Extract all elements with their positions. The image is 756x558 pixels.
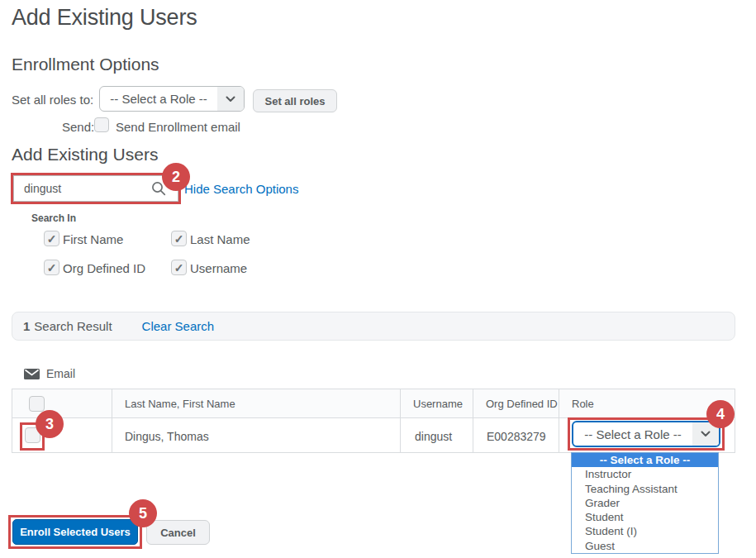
org-defined-id-label: Org Defined ID <box>63 261 145 275</box>
add-existing-users-page: Add Existing Users Enrollment Options Se… <box>0 0 756 558</box>
select-all-checkbox[interactable] <box>29 396 45 412</box>
column-header-role: Role <box>572 389 594 418</box>
annotation-badge-3: 3 <box>36 410 64 438</box>
page-title: Add Existing Users <box>12 5 197 31</box>
dropdown-option-student[interactable]: Student <box>572 510 718 524</box>
email-icon[interactable] <box>24 368 40 383</box>
dropdown-option-teaching-assistant[interactable]: Teaching Assistant <box>572 482 718 496</box>
org-defined-id-checkbox[interactable]: ✓ <box>44 260 59 275</box>
set-all-roles-button[interactable]: Set all roles <box>253 89 337 112</box>
dropdown-option-grader[interactable]: Grader <box>572 496 718 510</box>
result-count: 1 <box>23 319 30 333</box>
column-header-org-id: Org Defined ID <box>486 389 558 418</box>
row-role-select-value: -- Select a Role -- <box>573 422 692 446</box>
enroll-selected-users-button[interactable]: Enroll Selected Users <box>12 519 138 545</box>
first-name-label: First Name <box>63 232 123 246</box>
set-all-roles-select[interactable]: -- Select a Role -- <box>99 86 245 112</box>
send-label: Send: <box>62 120 94 134</box>
last-name-checkbox[interactable]: ✓ <box>171 231 187 246</box>
username-checkbox[interactable]: ✓ <box>171 260 187 275</box>
username-label: Username <box>190 261 247 275</box>
set-all-roles-label: Set all roles to: <box>12 93 93 107</box>
annotation-badge-4: 4 <box>706 400 735 428</box>
row-role-select[interactable]: -- Select a Role -- <box>572 421 720 447</box>
add-existing-users-heading: Add Existing Users <box>12 145 158 165</box>
row-username-cell: dingust <box>415 418 452 454</box>
dropdown-option-instructor[interactable]: Instructor <box>572 467 718 481</box>
last-name-label: Last Name <box>190 232 250 246</box>
enrollment-options-heading: Enrollment Options <box>12 55 159 74</box>
dropdown-option-student-i[interactable]: Student (I) <box>572 524 718 538</box>
hide-search-options-link[interactable]: Hide Search Options <box>184 182 298 196</box>
table-header-row <box>12 389 735 418</box>
dropdown-option-guest[interactable]: Guest <box>572 539 718 553</box>
row-org-id-cell: E00283279 <box>487 418 546 454</box>
search-in-label: Search In <box>31 212 76 224</box>
row-name-cell: Dingus, Thomas <box>125 418 209 454</box>
column-header-name: Last Name, First Name <box>125 389 235 418</box>
chevron-down-icon <box>217 87 244 111</box>
annotation-badge-2: 2 <box>162 163 190 191</box>
result-count-label: Search Result <box>34 319 112 333</box>
send-enrollment-email-checkbox[interactable] <box>94 117 109 132</box>
send-enrollment-email-label: Send Enrollment email <box>116 120 240 134</box>
cancel-button[interactable]: Cancel <box>146 520 210 545</box>
clear-search-link[interactable]: Clear Search <box>142 319 215 333</box>
first-name-checkbox[interactable]: ✓ <box>44 231 59 246</box>
email-label[interactable]: Email <box>46 367 75 380</box>
column-header-username: Username <box>413 389 463 418</box>
dropdown-option-select-a-role[interactable]: -- Select a Role -- <box>572 453 718 467</box>
annotation-badge-5: 5 <box>129 499 157 527</box>
role-dropdown-list: -- Select a Role -- Instructor Teaching … <box>571 452 719 554</box>
search-results-bar: 1 Search Result Clear Search <box>12 312 735 341</box>
set-all-roles-select-value: -- Select a Role -- <box>100 87 217 111</box>
